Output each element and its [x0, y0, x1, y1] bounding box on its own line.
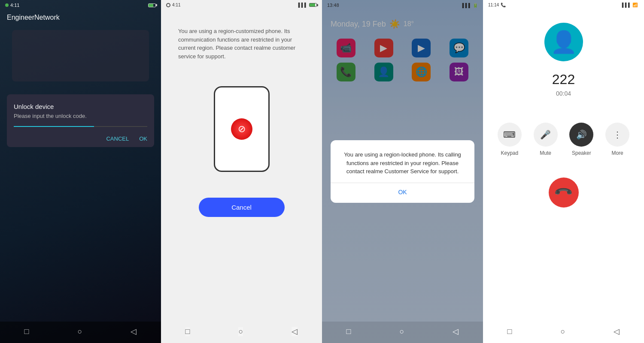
- wifi-icon-4: 📶: [632, 3, 638, 7]
- dialog-actions-3: OK: [339, 183, 466, 196]
- phone-2: 4:11 ▌▌▌ You are using a region-customiz…: [161, 0, 322, 343]
- speaker-button[interactable]: 🔊: [569, 123, 593, 147]
- avatar-area-4: 👤 222 00:04: [483, 10, 644, 105]
- call-icon-4: 📞: [501, 3, 506, 7]
- status-time-4: 11:14: [488, 3, 499, 7]
- progress-bar-1: [14, 126, 147, 127]
- nav-bar-2: □ ○ ◁: [161, 322, 322, 343]
- more-label: More: [611, 150, 623, 156]
- end-call-button[interactable]: 📞: [549, 178, 579, 208]
- end-call-area-4: 📞: [483, 165, 644, 220]
- status-time-1: 4:11: [10, 3, 19, 8]
- phone-3: 13:48 ▌▌▌ 🔋 Monday, 19 Feb ☀️ 18° 📹 ▶ ▶ …: [322, 0, 483, 343]
- phone-illustration-2: ⊘: [214, 86, 270, 172]
- status-dot-2: [166, 3, 170, 7]
- nav-recents-1[interactable]: □: [24, 327, 29, 336]
- dialog-message-1: Please input the unlock code.: [14, 113, 147, 119]
- mute-control: 🎤 Mute: [534, 123, 558, 156]
- status-bar-4: 11:14 📞 ▌▌▌ 📶: [483, 0, 644, 10]
- speaker-icon: 🔊: [576, 129, 587, 140]
- phone-4: 11:14 📞 ▌▌▌ 📶 👤 222 00:04 ⌨ Keypad: [483, 0, 644, 343]
- status-bar-2: 4:11 ▌▌▌: [161, 0, 322, 10]
- keypad-button[interactable]: ⌨: [498, 123, 522, 147]
- dialog-title-1: Unlock device: [14, 103, 147, 110]
- keypad-icon: ⌨: [503, 129, 516, 140]
- nav-home-4[interactable]: ○: [560, 327, 565, 336]
- speaker-control: 🔊 Speaker: [569, 123, 593, 156]
- nav-back-3[interactable]: ◁: [453, 327, 459, 336]
- avatar-4: 👤: [544, 23, 583, 61]
- keypad-control: ⌨ Keypad: [498, 123, 522, 156]
- speaker-label: Speaker: [572, 150, 591, 156]
- nav-back-2[interactable]: ◁: [292, 327, 298, 336]
- unlock-dialog: Unlock device Please input the unlock co…: [7, 94, 154, 147]
- mute-label: Mute: [540, 150, 551, 156]
- nav-bar-4: □ ○ ◁: [483, 322, 644, 343]
- more-button[interactable]: ⋮: [605, 123, 629, 147]
- nav-bar-1: □ ○ ◁: [0, 322, 161, 343]
- dialog-actions-1: CANCEL OK: [14, 132, 147, 144]
- phone-1: 4:11 EngineerNetwork Unlock device Pleas…: [0, 0, 161, 343]
- cancel-button-2[interactable]: Cancel: [199, 198, 285, 217]
- app-title-1: EngineerNetwork: [0, 10, 161, 30]
- nav-home-3[interactable]: ○: [399, 327, 404, 336]
- signal-icon-2: ▌▌▌: [298, 3, 307, 7]
- end-call-icon: 📞: [553, 182, 574, 203]
- call-duration-4: 00:04: [556, 90, 571, 97]
- nav-home-2[interactable]: ○: [238, 327, 243, 336]
- status-bar-1: 4:11: [0, 0, 161, 10]
- dialog-overlay-3: You are using a region-locked phone. Its…: [322, 0, 483, 343]
- ok-button-3[interactable]: OK: [398, 189, 407, 196]
- more-icon: ⋮: [613, 129, 622, 140]
- ok-button-1[interactable]: OK: [139, 135, 147, 142]
- call-controls-4: ⌨ Keypad 🎤 Mute 🔊 Speaker ⋮ Mor: [483, 105, 644, 165]
- keypad-label: Keypad: [501, 150, 519, 156]
- avatar-icon-4: 👤: [550, 30, 577, 54]
- cancel-button-1[interactable]: CANCEL: [106, 135, 129, 142]
- region-message-2: You are using a region-customized phone.…: [161, 10, 322, 86]
- nav-recents-4[interactable]: □: [507, 327, 512, 336]
- dark-area-1: [12, 30, 149, 81]
- mute-icon: 🎤: [540, 129, 551, 140]
- nav-back-1[interactable]: ◁: [131, 327, 137, 336]
- dialog-message-3: You are using a region-locked phone. Its…: [339, 150, 466, 176]
- nav-home-1[interactable]: ○: [77, 327, 82, 336]
- status-dot-1: [5, 3, 9, 7]
- more-control: ⋮ More: [605, 123, 629, 156]
- nav-recents-2[interactable]: □: [185, 327, 190, 336]
- mute-button[interactable]: 🎤: [534, 123, 558, 147]
- restricted-icon-2: ⊘: [231, 118, 252, 140]
- region-locked-dialog: You are using a region-locked phone. Its…: [331, 140, 474, 203]
- nav-recents-3[interactable]: □: [346, 327, 351, 336]
- caller-number-4: 222: [552, 72, 575, 87]
- battery-icon-1: [148, 3, 156, 7]
- nav-back-4[interactable]: ◁: [614, 327, 620, 336]
- status-time-2: 4:11: [172, 3, 180, 7]
- signal-icon-4: ▌▌▌: [622, 3, 631, 7]
- nav-bar-3: □ ○ ◁: [322, 322, 483, 343]
